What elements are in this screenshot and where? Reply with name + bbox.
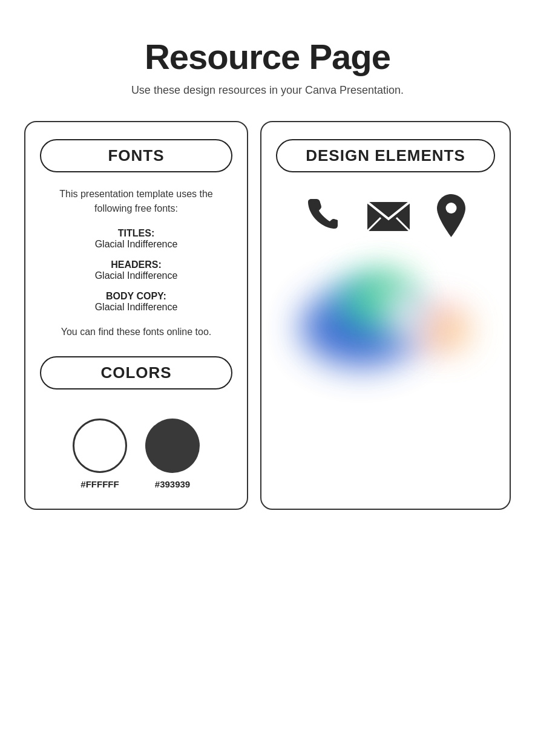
svg-point-3 [446,203,457,213]
blob-decoration [289,264,482,385]
font-label-body: BODY COPY: [95,291,178,302]
blob-white-center [386,285,428,345]
left-card: FONTS This presentation template uses th… [24,121,248,510]
fonts-badge: FONTS [40,139,232,172]
swatch-dark: #393939 [145,419,200,489]
font-entry-headers: HEADERS: Glacial Indifference [95,259,178,281]
fonts-badge-label: FONTS [108,146,164,165]
cards-row: FONTS This presentation template uses th… [24,121,511,510]
font-label-headers: HEADERS: [95,259,178,270]
font-name-body: Glacial Indifference [95,302,178,313]
page-header: Resource Page Use these design resources… [131,36,404,97]
font-label-titles: TITLES: [95,228,178,239]
phone-icon [303,196,343,235]
design-icons-row [303,193,468,238]
colors-badge-label: COLORS [100,363,171,382]
font-entry-body: BODY COPY: Glacial Indifference [95,291,178,313]
blob-yellow [422,312,470,348]
swatch-label-dark: #393939 [155,479,190,489]
design-badge: DESIGN ELEMENTS [276,139,495,172]
swatch-circle-dark [145,419,200,473]
page-subtitle: Use these design resources in your Canva… [131,84,404,97]
location-icon [435,193,468,238]
font-entry-titles: TITLES: Glacial Indifference [95,228,178,250]
swatch-white: #FFFFFF [73,419,127,489]
design-badge-label: DESIGN ELEMENTS [306,146,465,165]
font-name-titles: Glacial Indifference [95,239,178,250]
colors-swatches: #FFFFFF #393939 [73,419,200,489]
page-title: Resource Page [131,36,404,77]
colors-badge: COLORS [40,356,232,389]
mail-icon [364,196,413,235]
right-card: DESIGN ELEMENTS [260,121,511,510]
font-name-headers: Glacial Indifference [95,270,178,281]
fonts-footer: You can find these fonts online too. [61,325,211,339]
fonts-description: This presentation template uses the foll… [40,187,232,216]
swatch-label-white: #FFFFFF [80,479,119,489]
colors-section: COLORS #FFFFFF #393939 [40,356,232,489]
swatch-circle-white [73,419,127,473]
